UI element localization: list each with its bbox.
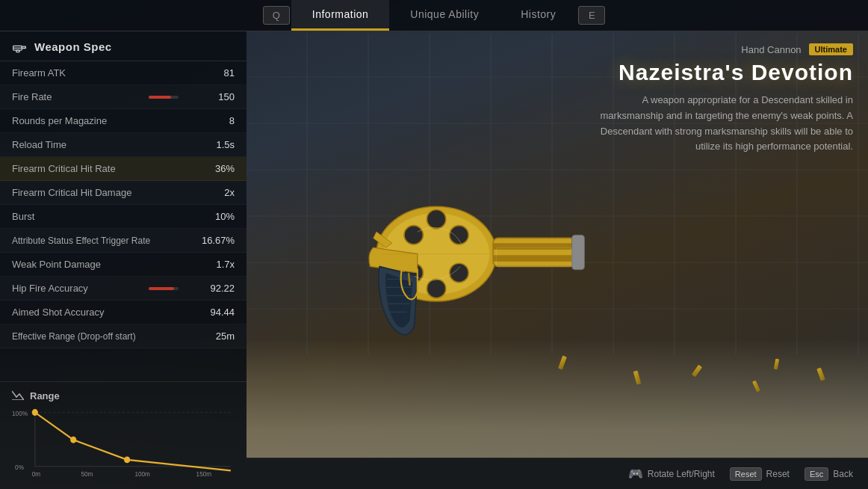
range-chart: 100% 0% 0m 50m 100m 150m [12,408,235,483]
svg-point-22 [427,279,445,298]
svg-rect-25 [493,238,575,266]
stat-effective-range: Effective Range (Drop-off start) 25m [0,325,247,348]
stat-attr-status: Attribute Status Effect Trigger Rate 16.… [0,229,247,253]
casing-2 [633,371,641,385]
left-panel: Weapon Spec Firearm ATK 81 Fire Rate 150… [0,31,247,489]
casing-3 [692,365,702,378]
svg-text:150m: 150m [196,470,212,478]
svg-point-9 [70,437,76,443]
q-key-button[interactable]: Q [263,6,290,25]
stats-list: Firearm ATK 81 Fire Rate 150 Rounds per … [0,61,247,381]
reset-action[interactable]: Reset Reset [730,467,790,481]
stat-burst: Burst 10% [0,205,247,229]
svg-rect-27 [493,255,575,261]
stat-firearm-atk: Firearm ATK 81 [0,61,247,85]
gun-icon [12,41,27,53]
casing-5 [774,359,779,370]
svg-rect-26 [493,243,575,249]
svg-point-21 [450,263,468,282]
weapon-type: Hand Cannon [741,44,801,55]
weapon-spec-header: Weapon Spec [0,31,247,61]
svg-point-8 [32,409,38,416]
weapon-spec-title: Weapon Spec [34,40,112,53]
svg-text:0m: 0m [32,470,40,478]
casing-6 [816,367,825,381]
svg-text:50m: 50m [81,470,93,478]
bottom-bar: 🎮 Rotate Left/Right Reset Reset Esc Back [247,458,868,489]
ultimate-badge: Ultimate [809,43,853,55]
range-title: Range [30,390,60,402]
stat-rounds-per-mag: Rounds per Magazine 8 [0,109,247,133]
right-area: Hand Cannon Ultimate Nazeistra's Devotio… [247,31,868,489]
reset-key: Reset [730,467,762,481]
svg-rect-28 [572,235,585,269]
svg-point-10 [124,456,130,463]
tab-information[interactable]: Information [291,0,390,31]
svg-text:0%: 0% [15,464,24,471]
tab-bar: Q Information Unique Ability History E [0,0,868,31]
back-action[interactable]: Esc Back [805,467,853,481]
stat-aimed-shot: Aimed Shot Accuracy 94.44 [0,301,247,325]
weapon-image-area [291,91,607,429]
hip-fire-bar [149,287,179,290]
stat-crit-hit-dmg: Firearm Critical Hit Damage 2x [0,181,247,205]
svg-text:100m: 100m [134,470,150,478]
stat-hip-fire: Hip Fire Accuracy 92.22 [0,277,247,301]
rotate-icon: 🎮 [628,467,643,481]
tab-history[interactable]: History [500,0,577,31]
weapon-info: Hand Cannon Ultimate Nazeistra's Devotio… [599,43,853,155]
svg-text:100%: 100% [12,410,28,417]
weapon-desc: A weapon appropriate for a Descendant sk… [599,93,853,155]
weapon-name: Nazeistra's Devotion [599,60,853,85]
stat-crit-hit-rate: Firearm Critical Hit Rate 36% [0,157,247,181]
stat-weak-point: Weak Point Damage 1.7x [0,253,247,277]
fire-rate-bar [149,96,179,99]
esc-key: Esc [805,467,828,481]
svg-point-24 [404,226,423,244]
svg-line-34 [409,273,410,286]
range-chart-svg: 100% 0% 0m 50m 100m 150m [12,408,235,483]
e-key-button[interactable]: E [578,6,605,25]
svg-rect-2 [16,50,19,52]
weapon-svg [291,129,607,391]
svg-point-19 [427,209,445,228]
weapon-type-line: Hand Cannon Ultimate [599,43,853,55]
svg-point-20 [450,226,468,244]
stat-fire-rate: Fire Rate 150 [0,85,247,109]
range-header: Range [12,390,235,402]
rotate-action: 🎮 Rotate Left/Right [628,467,715,481]
casing-4 [752,381,760,393]
stat-reload-time: Reload Time 1.5s [0,133,247,157]
range-section: Range 100% 0% 0m 50m 100m 1 [0,381,247,489]
range-icon [12,390,24,402]
tab-unique-ability[interactable]: Unique Ability [389,0,500,31]
